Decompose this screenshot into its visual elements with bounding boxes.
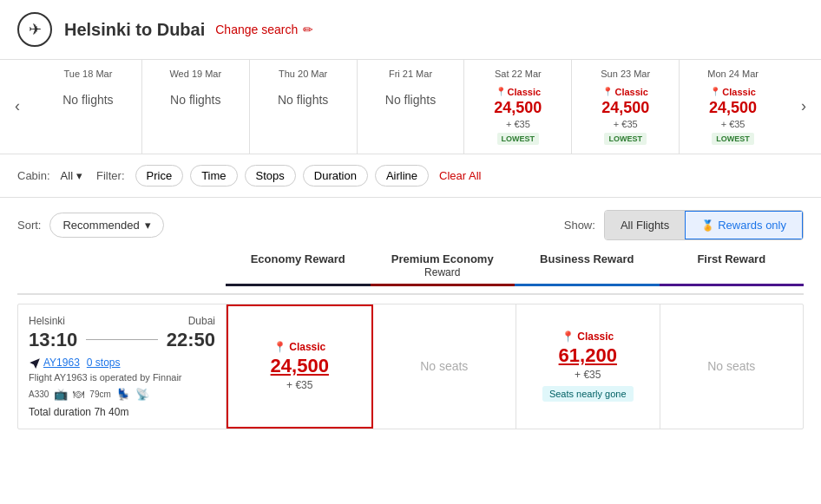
flight-to: Dubai: [188, 315, 215, 327]
date-next-arrow[interactable]: ›: [786, 88, 821, 124]
sort-dropdown[interactable]: Recommended ▾: [49, 213, 163, 238]
meal-icon: 🍽: [73, 388, 84, 401]
date-label-sat22: Sat 22 Mar: [468, 69, 568, 79]
date-cell-sat22[interactable]: Sat 22 Mar 📍 Classic 24,500 + €35 LOWEST: [464, 60, 572, 154]
premium-price-cell[interactable]: No seats: [373, 304, 517, 429]
economy-col-label: Economy Reward: [251, 252, 345, 265]
date-cell-wed19[interactable]: Wed 19 Mar No flights: [142, 60, 250, 154]
stops-badge[interactable]: 0 stops: [87, 357, 121, 369]
flight-from: Helsinki: [29, 315, 65, 327]
price-extra-sat22: + €35: [468, 119, 568, 129]
economy-price[interactable]: 24,500: [271, 355, 329, 377]
flight-info: Helsinki Dubai 13:10 22:50 AY1963 0 stop…: [18, 304, 227, 429]
header: ✈ Helsinki to Dubai Change search ✏: [0, 0, 821, 60]
date-label-mon24: Mon 24 Mar: [683, 69, 783, 79]
premium-col-label: Premium Economy: [391, 252, 494, 265]
operated-by: Flight AY1963 is operated by Finnair: [29, 372, 215, 383]
flight-number-link[interactable]: AY1963: [43, 357, 80, 369]
filter-time-button[interactable]: Time: [190, 165, 237, 187]
business-price-cell[interactable]: 📍 Classic 61,200 + €35 Seats nearly gone: [516, 304, 660, 429]
sort-value: Recommended: [62, 219, 139, 232]
page-title: Helsinki to Dubai: [64, 20, 205, 40]
economy-classic-badge: 📍 Classic: [273, 341, 325, 353]
amenities: A330 📺 🍽 79cm 💺 📡: [29, 388, 215, 401]
cabin-label: Cabin:: [17, 169, 50, 182]
business-classic-label: Classic: [577, 331, 614, 343]
premium-no-seats: No seats: [420, 359, 468, 373]
lowest-badge-mon24: LOWEST: [712, 133, 754, 145]
classic-badge-sat22: 📍 Classic: [496, 87, 542, 97]
sort-label: Sort:: [17, 219, 41, 232]
filter-stops-button[interactable]: Stops: [245, 165, 296, 187]
filter-price-button[interactable]: Price: [135, 165, 184, 187]
show-label: Show:: [564, 219, 595, 232]
date-cells: Tue 18 Mar No flights Wed 19 Mar No flig…: [35, 60, 786, 154]
wifi-icon: 📡: [135, 388, 149, 401]
pin-icon-mon24: 📍: [710, 87, 720, 96]
cabin-dropdown[interactable]: All ▾: [61, 169, 82, 182]
rewards-only-button[interactable]: 🏅Rewards only: [685, 211, 803, 239]
chevron-down-icon: ▾: [76, 169, 82, 182]
flight-from-to: Helsinki Dubai: [29, 315, 215, 327]
show-section: Show: All Flights 🏅Rewards only: [564, 210, 804, 240]
date-label-sun23: Sun 23 Mar: [575, 69, 675, 79]
depart-time: 13:10: [29, 329, 77, 351]
results-header: Economy Reward Premium Economy Reward Bu…: [17, 252, 804, 295]
seat-width: 79cm: [89, 389, 110, 399]
date-cell-sun23[interactable]: Sun 23 Mar 📍 Classic 24,500 + €35 LOWEST: [572, 60, 680, 154]
arrive-time: 22:50: [167, 329, 215, 351]
date-bar: ‹ Tue 18 Mar No flights Wed 19 Mar No fl…: [0, 60, 821, 154]
business-col-label: Business Reward: [540, 252, 634, 265]
lowest-badge-sun23: LOWEST: [604, 133, 647, 145]
sort-show-bar: Sort: Recommended ▾ Show: All Flights 🏅R…: [0, 198, 821, 252]
business-classic-badge: 📍 Classic: [562, 331, 614, 343]
date-prev-arrow[interactable]: ‹: [0, 88, 35, 124]
change-search-link[interactable]: Change search: [215, 23, 298, 36]
no-flights-tue18: No flights: [38, 93, 138, 107]
all-flights-button[interactable]: All Flights: [605, 211, 685, 239]
business-price[interactable]: 61,200: [559, 344, 617, 367]
sort-section: Sort: Recommended ▾: [17, 213, 164, 238]
seats-nearly-gone-badge: Seats nearly gone: [542, 386, 634, 402]
show-toggle-group: All Flights 🏅Rewards only: [604, 210, 804, 240]
date-label-thu20: Thu 20 Mar: [253, 69, 353, 79]
flight-row: Helsinki Dubai 13:10 22:50 AY1963 0 stop…: [17, 304, 804, 429]
business-price-extra: + €35: [575, 369, 601, 381]
economy-pin-icon: 📍: [273, 341, 286, 353]
total-duration: Total duration 7h 40m: [29, 406, 215, 418]
first-no-seats: No seats: [707, 359, 755, 373]
sort-chevron-icon: ▾: [145, 219, 151, 232]
economy-price-cell[interactable]: 📍 Classic 24,500 + €35: [227, 304, 373, 429]
price-extra-mon24: + €35: [683, 119, 783, 129]
date-cell-thu20[interactable]: Thu 20 Mar No flights: [250, 60, 358, 154]
lowest-badge-sat22: LOWEST: [497, 133, 540, 145]
date-cell-tue18[interactable]: Tue 18 Mar No flights: [35, 60, 142, 154]
date-label-wed19: Wed 19 Mar: [146, 69, 246, 79]
price-sun23: 24,500: [575, 99, 675, 117]
price-mon24: 24,500: [683, 99, 783, 117]
col-header-economy: Economy Reward: [226, 252, 371, 286]
seat-icon: 💺: [116, 388, 130, 401]
flight-times: 13:10 22:50: [29, 329, 215, 351]
col-header-premium: Premium Economy Reward: [371, 252, 516, 286]
rewards-icon: 🏅: [701, 219, 714, 232]
date-cell-mon24[interactable]: Mon 24 Mar 📍 Classic 24,500 + €35 LOWEST: [680, 60, 786, 154]
economy-price-extra: + €35: [286, 379, 312, 391]
filter-duration-button[interactable]: Duration: [303, 165, 368, 187]
col-header-business: Business Reward: [515, 252, 660, 286]
economy-classic-label: Classic: [289, 341, 325, 353]
classic-badge-mon24: 📍 Classic: [710, 87, 756, 97]
classic-badge-sun23: 📍 Classic: [602, 87, 648, 97]
date-label-fri21: Fri 21 Mar: [361, 69, 461, 79]
aircraft-type: A330: [29, 389, 49, 399]
premium-col-sub: Reward: [424, 266, 460, 278]
filter-label: Filter:: [96, 169, 125, 182]
price-sat22: 24,500: [468, 99, 568, 117]
filter-airline-button[interactable]: Airline: [375, 165, 429, 187]
no-flights-wed19: No flights: [146, 93, 246, 107]
first-price-cell[interactable]: No seats: [660, 304, 804, 429]
filter-bar: Cabin: All ▾ Filter: Price Time Stops Du…: [0, 154, 821, 198]
clear-all-link[interactable]: Clear All: [439, 169, 481, 182]
no-flights-thu20: No flights: [253, 93, 353, 107]
date-cell-fri21[interactable]: Fri 21 Mar No flights: [358, 60, 465, 154]
